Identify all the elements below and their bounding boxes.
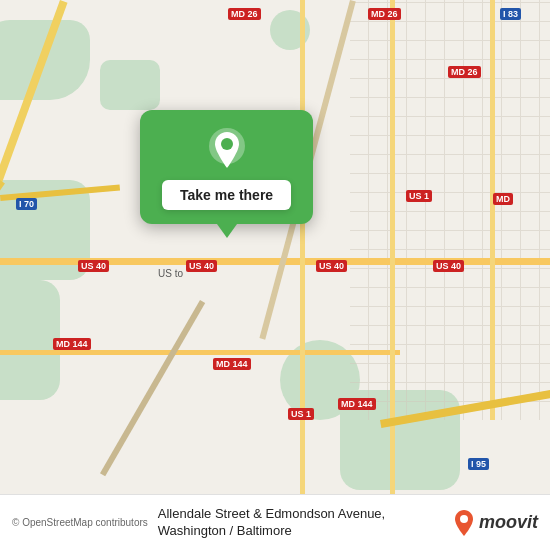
location-label: Allendale Street & Edmondson Avenue, Was… [148,506,453,540]
vertical-road3 [490,0,495,420]
label-us40-1: US 40 [78,260,109,272]
label-us1-bottom: US 1 [288,408,314,420]
popup-card: Take me there [140,110,313,224]
park-area [0,280,60,400]
label-md144-1: MD 144 [53,338,91,350]
vertical-road1 [300,0,305,550]
vertical-road2 [390,0,395,550]
label-us1-right: US 1 [406,190,432,202]
moovit-brand-text: moovit [479,512,538,533]
location-pin-icon [205,128,249,172]
label-i95: I 95 [468,458,489,470]
moovit-logo: moovit [453,509,538,537]
label-us40-3: US 40 [316,260,347,272]
take-me-there-button[interactable]: Take me there [162,180,291,210]
label-i70: I 70 [16,198,37,210]
park-area [100,60,160,110]
label-md144-3: MD 144 [338,398,376,410]
label-i83: I 83 [500,8,521,20]
urban-grid [350,0,550,420]
svg-point-2 [460,515,468,523]
label-md26-3: MD 26 [448,66,481,78]
label-us40-4: US 40 [433,260,464,272]
label-md26-1: MD 26 [228,8,261,20]
svg-point-1 [221,138,233,150]
map-attribution: © OpenStreetMap contributors [12,517,148,528]
label-us-to: US to [158,268,183,279]
label-us40-2: US 40 [186,260,217,272]
label-md144-2: MD 144 [213,358,251,370]
bottom-bar: © OpenStreetMap contributors Allendale S… [0,494,550,550]
label-md-right: MD [493,193,513,205]
map-container: I 83 MD 26 MD 26 MD 26 I 70 US 1 US 40 U… [0,0,550,550]
moovit-pin-icon [453,509,475,537]
md144-road [0,350,400,355]
label-md26-2: MD 26 [368,8,401,20]
